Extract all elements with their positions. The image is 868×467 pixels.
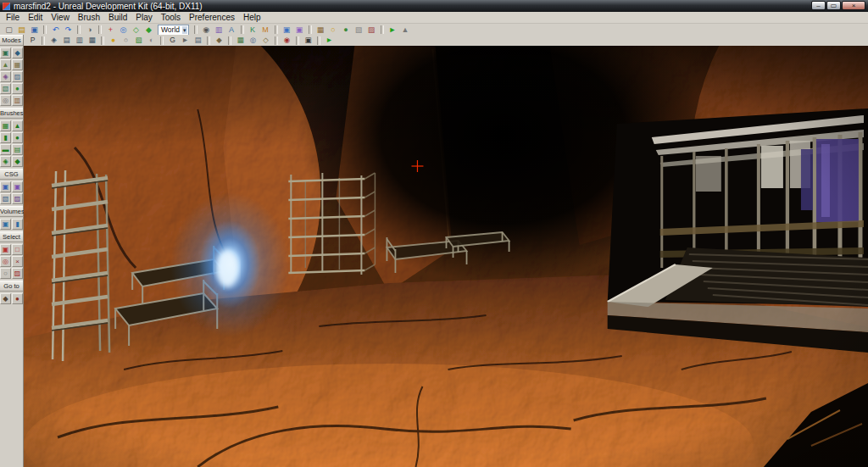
terrain-mode-icon[interactable]: ▲	[0, 59, 11, 70]
menu-help[interactable]: Help	[239, 12, 265, 23]
invert-selection-icon[interactable]: ◎	[0, 256, 11, 267]
sidebar-section-go-to: Go to	[0, 281, 23, 292]
delete-selected-icon[interactable]: ▨	[12, 268, 23, 279]
toolbar-separator	[381, 25, 384, 34]
autosave-timer-icon[interactable]: ◉	[281, 36, 293, 45]
geometry-mode-icon[interactable]: ◆	[12, 47, 23, 58]
open-level-icon[interactable]: ▤	[16, 25, 28, 35]
toolbar-separator	[160, 36, 164, 45]
scale-widget-icon[interactable]: ◇	[131, 25, 142, 35]
menu-tools[interactable]: Tools	[157, 12, 185, 23]
csg-subtract-icon[interactable]: ▣	[293, 25, 305, 35]
select-none-icon[interactable]: □	[12, 244, 23, 255]
rotate-widget-icon[interactable]: ◎	[118, 25, 130, 35]
menu-view[interactable]: View	[47, 12, 74, 23]
play-in-viewport-icon[interactable]: ►	[324, 36, 336, 45]
lit-mode-icon[interactable]: ●	[108, 36, 120, 45]
menu-edit[interactable]: Edit	[24, 12, 47, 23]
main-area: Modes▣◆▲▦◈▨▧●◎▥Brushes▦▲▮●▬▤◈◆CSG▣▣▧▨Vol…	[0, 35, 868, 467]
sheet-brush-icon[interactable]: ▬	[0, 144, 11, 155]
matinee-icon[interactable]: M	[259, 25, 271, 35]
coordinate-system-dropdown[interactable]: World▾	[158, 25, 189, 36]
undo-icon[interactable]: ↶	[50, 25, 62, 35]
cone-brush-icon[interactable]: ▲	[12, 120, 23, 131]
camera-perspective-icon[interactable]: ◈	[48, 36, 60, 45]
close-button[interactable]: ×	[842, 1, 865, 10]
maximize-button[interactable]: ▭	[826, 1, 841, 10]
build-all-icon[interactable]: ▨	[365, 25, 377, 35]
detail-lighting-mode-icon[interactable]: ◐	[146, 36, 158, 45]
csg-subtract-brush-icon[interactable]: ▣	[12, 181, 23, 192]
texture-mode-icon[interactable]: ▦	[12, 59, 23, 70]
window-controls: –▭×	[810, 0, 865, 13]
spiral-stairs-brush-icon[interactable]: ◈	[0, 156, 11, 167]
static-mesh-mode-icon[interactable]: ▨	[12, 71, 23, 82]
save-level-icon[interactable]: ▣	[29, 25, 41, 35]
actor-classes-icon[interactable]: A	[225, 25, 237, 35]
menu-file[interactable]: File	[2, 12, 24, 23]
build-cover-nodes-icon[interactable]: ▧	[353, 25, 364, 35]
play-level-icon[interactable]: ►	[387, 25, 398, 35]
menu-preferences[interactable]: Preferences	[185, 12, 239, 23]
csg-deintersect-icon[interactable]: ▨	[12, 193, 23, 204]
menu-build[interactable]: Build	[104, 12, 131, 23]
spline-mode-icon[interactable]: ◎	[0, 95, 11, 106]
new-level-icon[interactable]: ▢	[3, 25, 15, 35]
sidebar-section-brushes: Brushes	[0, 108, 23, 119]
sphere-brush-icon[interactable]: ●	[12, 132, 23, 143]
search-actors-icon[interactable]: ◉	[200, 25, 212, 35]
lock-selected-cameras-icon[interactable]: ◆	[214, 36, 225, 45]
minimize-button[interactable]: –	[811, 1, 826, 10]
far-clip-plane-icon[interactable]: ◑	[84, 25, 96, 35]
build-lighting-icon[interactable]: ○	[327, 25, 339, 35]
camera-mode-icon[interactable]: ▣	[0, 47, 11, 58]
mesh-paint-mode-icon[interactable]: ◈	[0, 71, 11, 82]
camera-top-icon[interactable]: ▤	[61, 36, 73, 45]
menubar: FileEditViewBrushBuildPlayToolsPreferenc…	[0, 12, 868, 24]
content-browser-icon[interactable]: ▥	[213, 25, 225, 35]
csg-add-brush-icon[interactable]: ▣	[0, 181, 11, 192]
scale-snap-icon[interactable]: ◇	[260, 36, 272, 45]
csg-intersect-icon[interactable]: ▧	[0, 193, 11, 204]
titlebar[interactable]: marsfind2 - Unreal Development Kit (64-b…	[0, 0, 868, 12]
volume-cube-icon[interactable]: ▣	[0, 219, 11, 230]
volume-cylinder-icon[interactable]: ▮	[12, 219, 23, 230]
select-all-icon[interactable]: ▣	[0, 244, 11, 255]
build-paths-icon[interactable]: ●	[340, 25, 352, 35]
foliage-mode-icon[interactable]: ●	[12, 83, 23, 94]
csg-add-icon[interactable]: ▣	[281, 25, 292, 35]
wireframe-mode-icon[interactable]: ▧	[133, 36, 145, 45]
hide-selected-icon[interactable]: ×	[12, 256, 23, 267]
redo-icon[interactable]: ↷	[63, 25, 75, 35]
unlit-mode-icon[interactable]: ○	[120, 36, 132, 45]
stairs-brush-icon[interactable]: ▤	[12, 144, 23, 155]
camera-front-icon[interactable]: ▥	[74, 36, 86, 45]
viewport-3d[interactable]	[24, 46, 868, 467]
cylinder-brush-icon[interactable]: ▮	[0, 132, 11, 143]
realtime-preview-icon[interactable]: ►	[180, 36, 192, 45]
grid-snap-icon[interactable]: ▦	[235, 36, 247, 45]
toggle-fullscreen-icon[interactable]: P	[27, 36, 39, 45]
game-view-icon[interactable]: G	[167, 36, 179, 45]
scale-nonuniform-widget-icon[interactable]: ◆	[143, 25, 155, 35]
camera-side-icon[interactable]: ▦	[86, 36, 98, 45]
toolbar-separator	[207, 36, 210, 45]
translate-widget-icon[interactable]: +	[105, 25, 117, 35]
unhide-all-icon[interactable]: ○	[0, 268, 11, 279]
decal-mode-icon[interactable]: ▥	[12, 95, 23, 106]
goto-actor-icon[interactable]: ◆	[0, 293, 11, 304]
camera-speed-icon[interactable]: ▲	[399, 25, 411, 35]
landscape-mode-icon[interactable]: ▧	[0, 83, 11, 94]
goto-builder-brush-icon[interactable]: ●	[12, 293, 23, 304]
maximize-viewport-icon[interactable]: ▣	[303, 36, 314, 45]
build-geometry-icon[interactable]: ▦	[314, 25, 326, 35]
cube-brush-icon[interactable]: ▦	[0, 120, 11, 131]
toolbar-separator	[98, 25, 102, 34]
menu-brush[interactable]: Brush	[74, 12, 104, 23]
volumetric-brush-icon[interactable]: ◆	[12, 156, 23, 167]
show-flags-icon[interactable]: ▤	[192, 36, 204, 45]
menu-play[interactable]: Play	[131, 12, 156, 23]
kismet-icon[interactable]: K	[247, 25, 259, 35]
rotation-snap-icon[interactable]: ◎	[248, 36, 259, 45]
vignette	[24, 46, 868, 467]
